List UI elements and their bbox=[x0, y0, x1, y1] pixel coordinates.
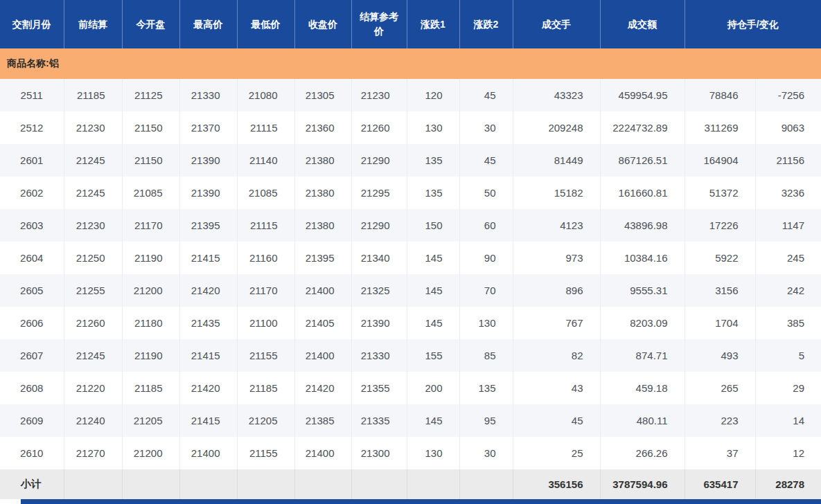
cell-low: 21115 bbox=[237, 209, 294, 242]
cell-prev_settle: 21230 bbox=[64, 111, 122, 144]
cell-volume: 82 bbox=[513, 339, 600, 372]
next-section-header-sliver bbox=[21, 499, 821, 504]
cell-volume: 4123 bbox=[513, 209, 600, 242]
subtotal-volume: 356156 bbox=[513, 469, 600, 499]
column-header-change2: 涨跌2 bbox=[459, 0, 513, 48]
subtotal-change1 bbox=[407, 469, 459, 499]
cell-volume: 43323 bbox=[513, 79, 600, 111]
cell-oi_change: -7256 bbox=[755, 79, 821, 111]
cell-low: 21085 bbox=[237, 177, 294, 209]
table-header: 交割月份前结算今开盘最高价最低价收盘价结算参考价涨跌1涨跌2成交手成交额持仓手/… bbox=[0, 0, 821, 48]
cell-open_interest: 493 bbox=[685, 339, 755, 372]
cell-close: 21305 bbox=[294, 79, 351, 111]
cell-turnover: 480.11 bbox=[600, 404, 685, 437]
cell-high: 21400 bbox=[179, 437, 237, 469]
subtotal-low bbox=[237, 469, 294, 499]
cell-prev_settle: 21250 bbox=[64, 242, 122, 274]
subtotal-open_interest: 635417 bbox=[685, 469, 755, 499]
cell-high: 21330 bbox=[179, 79, 237, 111]
table-body: 商品名称:铝2511211852112521330210802130521230… bbox=[0, 48, 821, 499]
cell-close: 21380 bbox=[294, 177, 351, 209]
cell-change1: 145 bbox=[407, 404, 459, 437]
cell-open_interest: 164904 bbox=[685, 144, 755, 177]
column-header-oi_and_change: 持仓手/变化 bbox=[685, 0, 821, 48]
cell-change2: 135 bbox=[459, 372, 513, 404]
cell-change2: 90 bbox=[459, 242, 513, 274]
column-header-turnover: 成交额 bbox=[600, 0, 685, 48]
cell-low: 21170 bbox=[237, 274, 294, 307]
cell-volume: 25 bbox=[513, 437, 600, 469]
cell-high: 21370 bbox=[179, 111, 237, 144]
column-header-volume: 成交手 bbox=[513, 0, 600, 48]
cell-change1: 135 bbox=[407, 144, 459, 177]
cell-close: 21400 bbox=[294, 437, 351, 469]
cell-open_interest: 37 bbox=[685, 437, 755, 469]
cell-close: 21380 bbox=[294, 144, 351, 177]
table-row-2602: 2602212452108521390210852138021295135501… bbox=[0, 177, 821, 209]
cell-open: 21200 bbox=[122, 437, 179, 469]
cell-change1: 130 bbox=[407, 111, 459, 144]
table-row-2606: 2606212602118021435211002140521390145130… bbox=[0, 307, 821, 339]
cell-prev_settle: 21270 bbox=[64, 437, 122, 469]
cell-turnover: 9555.31 bbox=[600, 274, 685, 307]
cell-turnover: 43896.98 bbox=[600, 209, 685, 242]
cell-volume: 15182 bbox=[513, 177, 600, 209]
cell-low: 21160 bbox=[237, 242, 294, 274]
subtotal-close bbox=[294, 469, 351, 499]
cell-open: 21180 bbox=[122, 307, 179, 339]
commodity-group-row: 商品名称:铝 bbox=[0, 48, 821, 79]
cell-month: 2606 bbox=[0, 307, 64, 339]
cell-change1: 120 bbox=[407, 79, 459, 111]
cell-change2: 45 bbox=[459, 144, 513, 177]
cell-close: 21400 bbox=[294, 339, 351, 372]
cell-prev_settle: 21260 bbox=[64, 307, 122, 339]
cell-volume: 43 bbox=[513, 372, 600, 404]
table-row-2609: 2609212402120521415212052138521335145954… bbox=[0, 404, 821, 437]
cell-high: 21415 bbox=[179, 404, 237, 437]
cell-oi_change: 21156 bbox=[755, 144, 821, 177]
table-row-2512: 2512212302115021370211152136021260130302… bbox=[0, 111, 821, 144]
subtotal-row: 小计3561563787594.9663541728278 bbox=[0, 469, 821, 499]
cell-open_interest: 3156 bbox=[685, 274, 755, 307]
cell-open_interest: 311269 bbox=[685, 111, 755, 144]
cell-settle_ref: 21260 bbox=[351, 111, 407, 144]
cell-open: 21170 bbox=[122, 209, 179, 242]
cell-high: 21415 bbox=[179, 339, 237, 372]
cell-high: 21415 bbox=[179, 242, 237, 274]
cell-prev_settle: 21185 bbox=[64, 79, 122, 111]
cell-change2: 30 bbox=[459, 111, 513, 144]
cell-open: 21125 bbox=[122, 79, 179, 111]
cell-turnover: 874.71 bbox=[600, 339, 685, 372]
subtotal-open bbox=[122, 469, 179, 499]
cell-open: 21150 bbox=[122, 144, 179, 177]
cell-change2: 45 bbox=[459, 79, 513, 111]
cell-close: 21400 bbox=[294, 274, 351, 307]
cell-settle_ref: 21230 bbox=[351, 79, 407, 111]
cell-change2: 95 bbox=[459, 404, 513, 437]
cell-settle_ref: 21355 bbox=[351, 372, 407, 404]
cell-change2: 130 bbox=[459, 307, 513, 339]
cell-change1: 130 bbox=[407, 437, 459, 469]
cell-change1: 145 bbox=[407, 242, 459, 274]
column-header-low: 最低价 bbox=[237, 0, 294, 48]
cell-prev_settle: 21230 bbox=[64, 209, 122, 242]
table-row-2610: 2610212702120021400211552140021300130302… bbox=[0, 437, 821, 469]
cell-change1: 150 bbox=[407, 209, 459, 242]
cell-prev_settle: 21240 bbox=[64, 404, 122, 437]
cell-oi_change: 3236 bbox=[755, 177, 821, 209]
table-row-2607: 2607212452119021415211552140021330155858… bbox=[0, 339, 821, 372]
cell-change2: 50 bbox=[459, 177, 513, 209]
cell-settle_ref: 21295 bbox=[351, 177, 407, 209]
cell-settle_ref: 21335 bbox=[351, 404, 407, 437]
cell-prev_settle: 21255 bbox=[64, 274, 122, 307]
cell-close: 21405 bbox=[294, 307, 351, 339]
cell-month: 2511 bbox=[0, 79, 64, 111]
cell-month: 2607 bbox=[0, 339, 64, 372]
cell-month: 2609 bbox=[0, 404, 64, 437]
cell-high: 21390 bbox=[179, 177, 237, 209]
table-header-row: 交割月份前结算今开盘最高价最低价收盘价结算参考价涨跌1涨跌2成交手成交额持仓手/… bbox=[0, 0, 821, 48]
cell-oi_change: 245 bbox=[755, 242, 821, 274]
futures-quotes-section: 交割月份前结算今开盘最高价最低价收盘价结算参考价涨跌1涨跌2成交手成交额持仓手/… bbox=[0, 0, 821, 499]
cell-volume: 45 bbox=[513, 404, 600, 437]
column-header-open: 今开盘 bbox=[122, 0, 179, 48]
